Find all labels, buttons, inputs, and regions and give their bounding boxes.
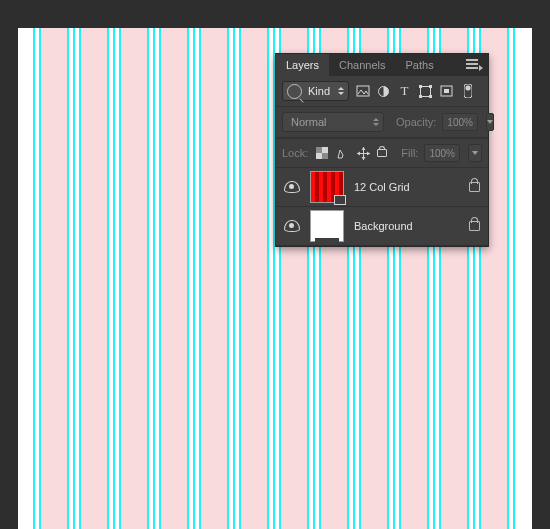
svg-rect-10 xyxy=(465,86,470,91)
panel-tabs: Layers Channels Paths xyxy=(276,54,488,76)
blend-mode-select[interactable]: Normal xyxy=(282,112,384,132)
opacity-value[interactable]: 100% xyxy=(442,113,478,131)
filter-pixel-icon[interactable] xyxy=(355,84,370,99)
layer-lock-icon[interactable] xyxy=(469,182,480,192)
filter-adjustment-icon[interactable] xyxy=(376,84,391,99)
layer-lock-icon[interactable] xyxy=(469,221,480,231)
layer-name[interactable]: 12 Col Grid xyxy=(354,181,459,193)
lock-image-icon[interactable] xyxy=(335,146,350,161)
svg-rect-8 xyxy=(444,89,449,93)
opacity-label: Opacity: xyxy=(396,116,436,128)
filter-type-icon[interactable]: T xyxy=(397,84,412,99)
fill-value[interactable]: 100% xyxy=(424,144,460,162)
stepper-arrows-icon xyxy=(373,118,379,126)
fill-label: Fill: xyxy=(401,147,418,159)
svg-rect-13 xyxy=(322,153,328,159)
layer-thumbnail[interactable] xyxy=(310,210,344,242)
layer-filter-row: Kind T xyxy=(276,76,488,106)
lock-transparency-icon[interactable] xyxy=(314,146,329,161)
svg-rect-5 xyxy=(419,95,422,98)
layer-name[interactable]: Background xyxy=(354,220,459,232)
lock-all-icon[interactable] xyxy=(377,149,387,157)
layer-list: 12 Col Grid Background xyxy=(276,168,488,246)
filter-kind-value: Kind xyxy=(304,85,334,97)
tab-layers[interactable]: Layers xyxy=(276,54,329,76)
svg-rect-12 xyxy=(316,147,322,153)
lock-row: Lock: Fill: 100% xyxy=(276,138,488,168)
layer-thumbnail[interactable] xyxy=(310,171,344,203)
filter-kind-select[interactable]: Kind xyxy=(282,81,349,101)
svg-rect-3 xyxy=(419,85,422,88)
blend-mode-value: Normal xyxy=(287,116,330,128)
opacity-dropdown-icon[interactable] xyxy=(486,113,494,131)
search-icon xyxy=(287,84,302,99)
svg-rect-4 xyxy=(429,85,432,88)
tab-paths[interactable]: Paths xyxy=(396,54,444,76)
lock-label: Lock: xyxy=(282,147,308,159)
filter-shape-icon[interactable] xyxy=(418,84,433,99)
layer-row[interactable]: 12 Col Grid xyxy=(276,168,488,207)
layers-panel: Layers Channels Paths Kind T Normal Opac… xyxy=(275,53,489,247)
panel-menu-icon[interactable] xyxy=(466,59,482,71)
stepper-arrows-icon xyxy=(338,87,344,95)
layer-row[interactable]: Background xyxy=(276,207,488,246)
fill-dropdown-icon[interactable] xyxy=(468,144,482,162)
visibility-eye-icon[interactable] xyxy=(284,181,300,193)
visibility-eye-icon[interactable] xyxy=(284,220,300,232)
blend-row: Normal Opacity: 100% xyxy=(276,106,488,138)
svg-rect-6 xyxy=(429,95,432,98)
filter-smart-icon[interactable] xyxy=(439,84,454,99)
svg-rect-0 xyxy=(357,86,369,96)
tab-channels[interactable]: Channels xyxy=(329,54,395,76)
lock-position-icon[interactable] xyxy=(356,146,371,161)
filter-toggle-icon[interactable] xyxy=(460,84,475,99)
